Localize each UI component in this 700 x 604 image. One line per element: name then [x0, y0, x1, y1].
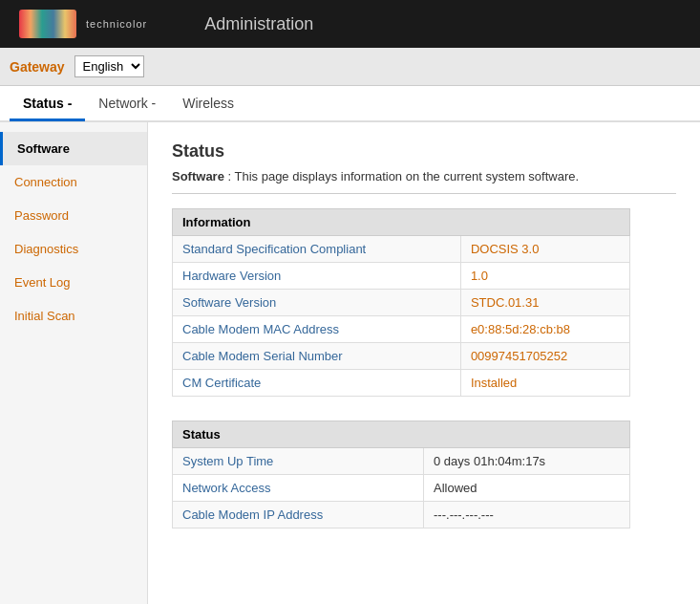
- table-row: Hardware Version 1.0: [173, 263, 630, 290]
- content-area: Status Software : This page displays inf…: [148, 122, 700, 604]
- sidebar: Software Connection Password Diagnostics…: [0, 122, 148, 604]
- header: technicolor Administration: [0, 0, 700, 48]
- row-value: STDC.01.31: [460, 290, 629, 316]
- sidebar-item-connection[interactable]: Connection: [0, 165, 147, 199]
- sidebar-item-initial-scan[interactable]: Initial Scan: [0, 299, 147, 333]
- gateway-label: Gateway: [10, 59, 65, 75]
- row-label: CM Certificate: [173, 370, 461, 397]
- row-value: 0 days 01h:04m:17s: [424, 448, 630, 475]
- row-value: e0:88:5d:28:cb:b8: [460, 316, 629, 343]
- table-row: System Up Time 0 days 01h:04m:17s: [173, 448, 630, 475]
- status-table: Status System Up Time 0 days 01h:04m:17s…: [172, 421, 630, 528]
- row-value: ---.---.---.---: [424, 502, 630, 528]
- table-row: Standard Specification Compliant DOCSIS …: [173, 236, 630, 263]
- table-row: CM Certificate Installed: [173, 370, 630, 397]
- row-value: Installed: [460, 370, 629, 397]
- table-row: Cable Modem MAC Address e0:88:5d:28:cb:b…: [173, 316, 630, 343]
- nav-tabs: Status - Network - Wireless: [0, 86, 700, 122]
- content-description: Software : This page displays informatio…: [172, 169, 676, 194]
- sidebar-item-software[interactable]: Software: [0, 132, 147, 165]
- tab-network[interactable]: Network -: [85, 88, 169, 121]
- sidebar-item-event-log[interactable]: Event Log: [0, 266, 147, 299]
- row-value: 1.0: [460, 263, 629, 290]
- tab-status[interactable]: Status -: [10, 88, 85, 121]
- table-row: Cable Modem IP Address ---.---.---.---: [173, 502, 630, 528]
- row-label: Cable Modem MAC Address: [173, 316, 461, 343]
- status-table-header: Status: [173, 421, 630, 448]
- row-value: Allowed: [424, 475, 630, 502]
- row-label: System Up Time: [173, 448, 424, 475]
- language-select[interactable]: English: [74, 55, 144, 77]
- row-label: Standard Specification Compliant: [173, 236, 461, 263]
- row-value: 00997451705252: [460, 343, 629, 370]
- sidebar-item-diagnostics[interactable]: Diagnostics: [0, 232, 147, 266]
- row-label: Cable Modem IP Address: [173, 502, 424, 528]
- logo-text: technicolor: [86, 18, 147, 30]
- desc-label: Software: [172, 169, 224, 183]
- main-layout: Software Connection Password Diagnostics…: [0, 122, 700, 604]
- content-title: Status: [172, 141, 676, 162]
- information-table: Information Standard Specification Compl…: [172, 208, 630, 397]
- row-label: Cable Modem Serial Number: [173, 343, 461, 370]
- row-value: DOCSIS 3.0: [460, 236, 629, 263]
- info-table-header: Information: [173, 209, 630, 236]
- table-row: Network Access Allowed: [173, 475, 630, 502]
- gateway-bar: Gateway English: [0, 48, 700, 86]
- row-label: Software Version: [173, 290, 461, 316]
- logo-area: technicolor: [19, 10, 147, 38]
- row-label: Network Access: [173, 475, 424, 502]
- row-label: Hardware Version: [173, 263, 461, 290]
- tab-wireless[interactable]: Wireless: [169, 88, 247, 121]
- table-row: Cable Modem Serial Number 00997451705252: [173, 343, 630, 370]
- table-row: Software Version STDC.01.31: [173, 290, 630, 316]
- page-title: Administration: [204, 14, 313, 34]
- desc-text: : This page displays information on the …: [224, 169, 579, 183]
- technicolor-logo: [19, 10, 76, 38]
- sidebar-item-password[interactable]: Password: [0, 199, 147, 232]
